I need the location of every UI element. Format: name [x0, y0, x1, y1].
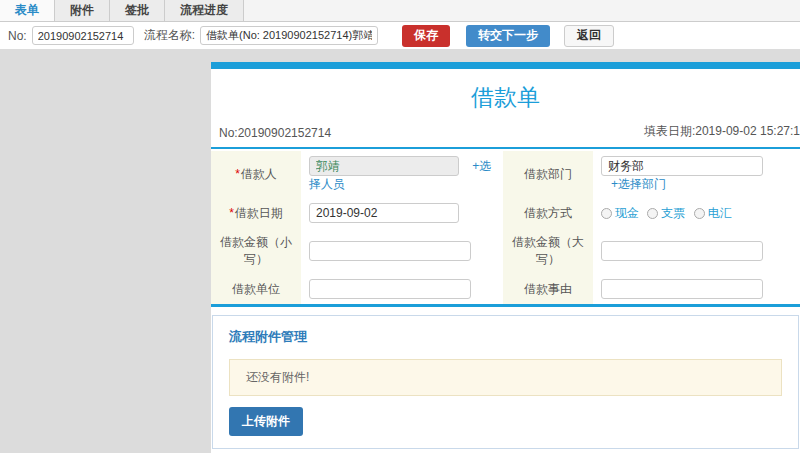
- required-asterisk: *: [229, 206, 234, 220]
- radio-cash[interactable]: 现金: [601, 205, 639, 222]
- table-row: 借款金额（小写） 借款金额（大写）: [211, 228, 800, 274]
- form-info-row: No:20190902152714 填表日期:2019-09-02 15:27:…: [211, 123, 800, 147]
- dept-label: 借款部门: [503, 151, 593, 198]
- borrower-label-text: 借款人: [241, 167, 277, 181]
- back-button[interactable]: 返回: [564, 25, 614, 47]
- amount-small-input[interactable]: [309, 241, 471, 261]
- date-label-text: 借款日期: [235, 206, 283, 220]
- reason-field-cell: [593, 274, 800, 304]
- form-title: 借款单: [211, 69, 800, 123]
- loan-date-input[interactable]: [309, 203, 459, 223]
- radio-cheque-label[interactable]: 支票: [661, 205, 685, 222]
- tab-attachment[interactable]: 附件: [55, 0, 110, 21]
- screen: 表单 附件 签批 流程进度 No: 流程名称: 保存 转交下一步 返回 借款单 …: [0, 0, 800, 453]
- flow-name-input[interactable]: [200, 26, 378, 45]
- panel-top-accent-bar: [211, 62, 800, 69]
- radio-wire-circle[interactable]: [694, 208, 705, 219]
- radio-wire[interactable]: 电汇: [694, 205, 732, 222]
- form-date-text: 填表日期:2019-09-02 15:27:1: [644, 123, 800, 140]
- attachments-section: 流程附件管理 还没有附件! 上传附件: [212, 315, 799, 449]
- unit-input[interactable]: [309, 279, 471, 299]
- action-toolbar: No: 流程名称: 保存 转交下一步 返回: [0, 22, 800, 49]
- tab-bar-filler: [244, 0, 800, 21]
- tab-progress[interactable]: 流程进度: [165, 0, 244, 21]
- radio-cheque-circle[interactable]: [647, 208, 658, 219]
- amount-big-input[interactable]: [601, 241, 763, 261]
- tab-bar: 表单 附件 签批 流程进度: [0, 0, 800, 22]
- next-step-button[interactable]: 转交下一步: [466, 25, 550, 47]
- no-input[interactable]: [32, 26, 134, 45]
- table-row: 借款单位 借款事由: [211, 274, 800, 304]
- unit-field-cell: [301, 274, 503, 304]
- save-button[interactable]: 保存: [402, 25, 450, 47]
- main-panel: 借款单 No:20190902152714 填表日期:2019-09-02 15…: [211, 62, 800, 453]
- method-field-cell: 现金 支票 电汇: [593, 198, 800, 228]
- flow-name-label: 流程名称:: [144, 27, 195, 44]
- borrower-input[interactable]: [309, 156, 459, 176]
- tab-approval[interactable]: 签批: [110, 0, 165, 21]
- date-field-cell: [301, 198, 503, 228]
- reason-label: 借款事由: [503, 274, 593, 304]
- attachments-title: 流程附件管理: [229, 328, 782, 346]
- upload-attachment-button[interactable]: 上传附件: [229, 407, 303, 436]
- no-label: No:: [8, 29, 27, 43]
- amount-big-label: 借款金额（大写）: [503, 228, 593, 274]
- radio-cheque[interactable]: 支票: [647, 205, 685, 222]
- radio-cash-circle[interactable]: [601, 208, 612, 219]
- dept-field-cell: +选择部门: [593, 151, 800, 198]
- method-label: 借款方式: [503, 198, 593, 228]
- amount-big-field-cell: [593, 228, 800, 274]
- no-attachments-message: 还没有附件!: [229, 359, 782, 396]
- form-bottom-accent-bar: [211, 304, 800, 307]
- select-dept-link[interactable]: +选择部门: [611, 177, 666, 191]
- amount-small-field-cell: [301, 228, 503, 274]
- table-row: *借款人 +选择人员 借款部门 +选择部门: [211, 151, 800, 198]
- borrower-label: *借款人: [211, 151, 301, 198]
- reason-input[interactable]: [601, 279, 763, 299]
- radio-cash-label[interactable]: 现金: [615, 205, 639, 222]
- amount-small-label: 借款金额（小写）: [211, 228, 301, 274]
- form-no-text: No:20190902152714: [219, 126, 331, 140]
- dept-input[interactable]: [601, 156, 763, 176]
- form-header-divider: [211, 147, 800, 149]
- date-label: *借款日期: [211, 198, 301, 228]
- loan-form-table: *借款人 +选择人员 借款部门 +选择部门 *借款日期: [211, 151, 800, 304]
- required-asterisk: *: [235, 167, 240, 181]
- tab-form[interactable]: 表单: [0, 0, 55, 21]
- table-row: *借款日期 借款方式 现金 支票: [211, 198, 800, 228]
- radio-wire-label[interactable]: 电汇: [708, 205, 732, 222]
- unit-label: 借款单位: [211, 274, 301, 304]
- borrower-field-cell: +选择人员: [301, 151, 503, 198]
